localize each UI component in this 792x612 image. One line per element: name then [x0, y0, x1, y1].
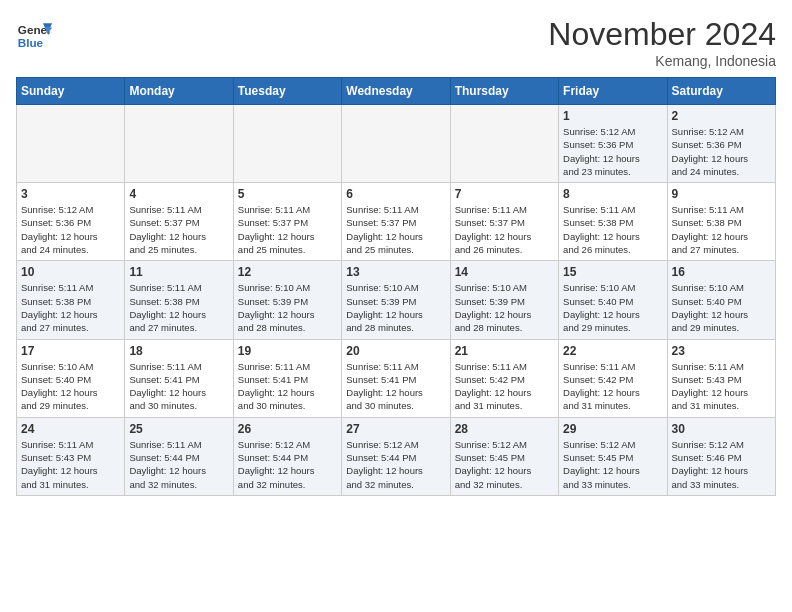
day-number: 10 — [21, 265, 120, 279]
day-number: 1 — [563, 109, 662, 123]
month-title: November 2024 — [548, 16, 776, 53]
calendar-week-1: 1Sunrise: 5:12 AM Sunset: 5:36 PM Daylig… — [17, 105, 776, 183]
day-number: 20 — [346, 344, 445, 358]
calendar-week-2: 3Sunrise: 5:12 AM Sunset: 5:36 PM Daylig… — [17, 183, 776, 261]
logo-icon: General Blue — [16, 16, 52, 52]
day-number: 25 — [129, 422, 228, 436]
weekday-header-thursday: Thursday — [450, 78, 558, 105]
location: Kemang, Indonesia — [548, 53, 776, 69]
day-number: 19 — [238, 344, 337, 358]
calendar-week-3: 10Sunrise: 5:11 AM Sunset: 5:38 PM Dayli… — [17, 261, 776, 339]
day-number: 23 — [672, 344, 771, 358]
svg-text:Blue: Blue — [18, 36, 44, 49]
day-number: 18 — [129, 344, 228, 358]
logo: General Blue — [16, 16, 52, 52]
calendar-cell: 15Sunrise: 5:10 AM Sunset: 5:40 PM Dayli… — [559, 261, 667, 339]
day-info: Sunrise: 5:11 AM Sunset: 5:42 PM Dayligh… — [563, 360, 662, 413]
day-number: 7 — [455, 187, 554, 201]
title-area: November 2024 Kemang, Indonesia — [548, 16, 776, 69]
day-info: Sunrise: 5:11 AM Sunset: 5:37 PM Dayligh… — [346, 203, 445, 256]
calendar-cell: 3Sunrise: 5:12 AM Sunset: 5:36 PM Daylig… — [17, 183, 125, 261]
day-info: Sunrise: 5:11 AM Sunset: 5:37 PM Dayligh… — [129, 203, 228, 256]
day-number: 16 — [672, 265, 771, 279]
calendar-cell: 6Sunrise: 5:11 AM Sunset: 5:37 PM Daylig… — [342, 183, 450, 261]
calendar-cell: 19Sunrise: 5:11 AM Sunset: 5:41 PM Dayli… — [233, 339, 341, 417]
calendar-cell: 23Sunrise: 5:11 AM Sunset: 5:43 PM Dayli… — [667, 339, 775, 417]
day-info: Sunrise: 5:11 AM Sunset: 5:38 PM Dayligh… — [563, 203, 662, 256]
day-number: 24 — [21, 422, 120, 436]
day-number: 9 — [672, 187, 771, 201]
day-info: Sunrise: 5:11 AM Sunset: 5:37 PM Dayligh… — [455, 203, 554, 256]
weekday-header-wednesday: Wednesday — [342, 78, 450, 105]
header: General Blue November 2024 Kemang, Indon… — [16, 16, 776, 69]
day-info: Sunrise: 5:11 AM Sunset: 5:38 PM Dayligh… — [129, 281, 228, 334]
day-number: 21 — [455, 344, 554, 358]
calendar-cell: 14Sunrise: 5:10 AM Sunset: 5:39 PM Dayli… — [450, 261, 558, 339]
calendar-cell: 25Sunrise: 5:11 AM Sunset: 5:44 PM Dayli… — [125, 417, 233, 495]
calendar-cell — [342, 105, 450, 183]
calendar-cell: 29Sunrise: 5:12 AM Sunset: 5:45 PM Dayli… — [559, 417, 667, 495]
day-info: Sunrise: 5:12 AM Sunset: 5:36 PM Dayligh… — [563, 125, 662, 178]
day-number: 5 — [238, 187, 337, 201]
day-number: 15 — [563, 265, 662, 279]
calendar-week-5: 24Sunrise: 5:11 AM Sunset: 5:43 PM Dayli… — [17, 417, 776, 495]
calendar-cell: 22Sunrise: 5:11 AM Sunset: 5:42 PM Dayli… — [559, 339, 667, 417]
calendar-cell: 16Sunrise: 5:10 AM Sunset: 5:40 PM Dayli… — [667, 261, 775, 339]
day-number: 12 — [238, 265, 337, 279]
weekday-header-saturday: Saturday — [667, 78, 775, 105]
weekday-header-friday: Friday — [559, 78, 667, 105]
day-info: Sunrise: 5:11 AM Sunset: 5:44 PM Dayligh… — [129, 438, 228, 491]
calendar-cell: 7Sunrise: 5:11 AM Sunset: 5:37 PM Daylig… — [450, 183, 558, 261]
day-number: 4 — [129, 187, 228, 201]
day-info: Sunrise: 5:12 AM Sunset: 5:36 PM Dayligh… — [672, 125, 771, 178]
weekday-header-monday: Monday — [125, 78, 233, 105]
day-number: 27 — [346, 422, 445, 436]
day-number: 3 — [21, 187, 120, 201]
calendar-cell: 17Sunrise: 5:10 AM Sunset: 5:40 PM Dayli… — [17, 339, 125, 417]
day-info: Sunrise: 5:11 AM Sunset: 5:42 PM Dayligh… — [455, 360, 554, 413]
day-number: 26 — [238, 422, 337, 436]
day-info: Sunrise: 5:11 AM Sunset: 5:38 PM Dayligh… — [21, 281, 120, 334]
calendar-cell: 10Sunrise: 5:11 AM Sunset: 5:38 PM Dayli… — [17, 261, 125, 339]
weekday-header-sunday: Sunday — [17, 78, 125, 105]
day-info: Sunrise: 5:11 AM Sunset: 5:37 PM Dayligh… — [238, 203, 337, 256]
calendar-cell: 11Sunrise: 5:11 AM Sunset: 5:38 PM Dayli… — [125, 261, 233, 339]
day-number: 30 — [672, 422, 771, 436]
calendar-cell: 12Sunrise: 5:10 AM Sunset: 5:39 PM Dayli… — [233, 261, 341, 339]
calendar-cell — [233, 105, 341, 183]
calendar-cell: 18Sunrise: 5:11 AM Sunset: 5:41 PM Dayli… — [125, 339, 233, 417]
day-info: Sunrise: 5:11 AM Sunset: 5:41 PM Dayligh… — [346, 360, 445, 413]
day-number: 11 — [129, 265, 228, 279]
calendar-cell: 5Sunrise: 5:11 AM Sunset: 5:37 PM Daylig… — [233, 183, 341, 261]
calendar-cell: 13Sunrise: 5:10 AM Sunset: 5:39 PM Dayli… — [342, 261, 450, 339]
calendar-cell: 4Sunrise: 5:11 AM Sunset: 5:37 PM Daylig… — [125, 183, 233, 261]
day-number: 13 — [346, 265, 445, 279]
calendar-cell: 20Sunrise: 5:11 AM Sunset: 5:41 PM Dayli… — [342, 339, 450, 417]
calendar-cell: 28Sunrise: 5:12 AM Sunset: 5:45 PM Dayli… — [450, 417, 558, 495]
day-info: Sunrise: 5:10 AM Sunset: 5:40 PM Dayligh… — [563, 281, 662, 334]
day-info: Sunrise: 5:12 AM Sunset: 5:45 PM Dayligh… — [563, 438, 662, 491]
calendar-cell: 8Sunrise: 5:11 AM Sunset: 5:38 PM Daylig… — [559, 183, 667, 261]
day-info: Sunrise: 5:11 AM Sunset: 5:43 PM Dayligh… — [672, 360, 771, 413]
day-info: Sunrise: 5:12 AM Sunset: 5:36 PM Dayligh… — [21, 203, 120, 256]
calendar-cell: 30Sunrise: 5:12 AM Sunset: 5:46 PM Dayli… — [667, 417, 775, 495]
day-info: Sunrise: 5:12 AM Sunset: 5:46 PM Dayligh… — [672, 438, 771, 491]
day-number: 29 — [563, 422, 662, 436]
day-info: Sunrise: 5:11 AM Sunset: 5:43 PM Dayligh… — [21, 438, 120, 491]
day-info: Sunrise: 5:10 AM Sunset: 5:39 PM Dayligh… — [238, 281, 337, 334]
calendar-cell: 27Sunrise: 5:12 AM Sunset: 5:44 PM Dayli… — [342, 417, 450, 495]
day-info: Sunrise: 5:12 AM Sunset: 5:45 PM Dayligh… — [455, 438, 554, 491]
day-info: Sunrise: 5:12 AM Sunset: 5:44 PM Dayligh… — [346, 438, 445, 491]
calendar-cell: 9Sunrise: 5:11 AM Sunset: 5:38 PM Daylig… — [667, 183, 775, 261]
day-number: 8 — [563, 187, 662, 201]
calendar-week-4: 17Sunrise: 5:10 AM Sunset: 5:40 PM Dayli… — [17, 339, 776, 417]
calendar-cell — [17, 105, 125, 183]
day-number: 2 — [672, 109, 771, 123]
day-number: 14 — [455, 265, 554, 279]
day-info: Sunrise: 5:10 AM Sunset: 5:40 PM Dayligh… — [672, 281, 771, 334]
day-info: Sunrise: 5:11 AM Sunset: 5:41 PM Dayligh… — [129, 360, 228, 413]
day-info: Sunrise: 5:10 AM Sunset: 5:40 PM Dayligh… — [21, 360, 120, 413]
day-info: Sunrise: 5:11 AM Sunset: 5:41 PM Dayligh… — [238, 360, 337, 413]
day-number: 28 — [455, 422, 554, 436]
day-number: 22 — [563, 344, 662, 358]
